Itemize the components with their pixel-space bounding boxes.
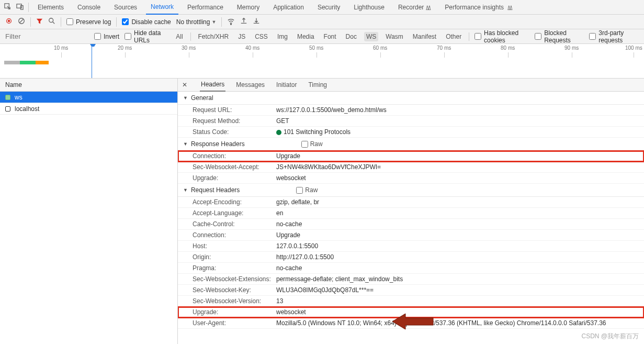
header-row: Upgrade:websocket: [178, 307, 644, 318]
disable-cache-checkbox[interactable]: Disable cache: [122, 18, 171, 26]
type-wasm[interactable]: Wasm: [383, 32, 405, 41]
chevron-down-icon: ▼: [211, 19, 216, 25]
header-key: Pragma:: [193, 264, 276, 272]
header-row: Origin:http://127.0.0.1:5500: [178, 252, 644, 263]
type-font[interactable]: Font: [322, 32, 338, 41]
raw-toggle[interactable]: Raw: [296, 186, 318, 194]
header-value: JS+NW4k8WKltao6DwVfCheXJPWI=: [276, 163, 639, 171]
separator: [30, 17, 31, 27]
header-value: no-cache: [276, 220, 639, 228]
type-other[interactable]: Other: [444, 32, 464, 41]
tab-messages[interactable]: Messages: [235, 79, 266, 91]
header-value: en: [276, 209, 639, 217]
header-row: Host:127.0.0.1:5500: [178, 241, 644, 252]
device-toggle-icon[interactable]: [16, 3, 24, 12]
tab-performance[interactable]: Performance: [183, 1, 228, 14]
tab-headers[interactable]: Headers: [200, 79, 225, 92]
header-value: 13: [276, 297, 639, 305]
request-row-label: localhost: [15, 105, 39, 113]
tab-memory[interactable]: Memory: [232, 1, 264, 14]
request-row-ws[interactable]: ws: [0, 92, 177, 103]
third-party-checkbox[interactable]: 3rd-party requests: [589, 29, 639, 44]
tab-elements[interactable]: Elements: [33, 1, 69, 14]
type-img[interactable]: Img: [275, 32, 290, 41]
tab-timing[interactable]: Timing: [307, 79, 328, 91]
tab-security[interactable]: Security: [313, 1, 345, 14]
status-dot-icon: [276, 130, 281, 135]
svg-point-7: [231, 24, 232, 25]
network-filter-bar: Invert Hide data URLs All Fetch/XHR JS C…: [0, 29, 644, 44]
separator: [469, 32, 469, 41]
close-icon[interactable]: ✕: [182, 81, 187, 88]
header-row: Sec-Websocket-Key:WLU3AO8IMGq0JdQbQ87dL*…: [178, 285, 644, 296]
header-value: websocket: [276, 174, 639, 182]
section-request-headers[interactable]: ▼ Request Headers Raw: [178, 184, 644, 197]
waterfall-timeline[interactable]: 10 ms 20 ms 30 ms 40 ms 50 ms 60 ms 70 m…: [0, 44, 644, 79]
type-ws[interactable]: WS: [364, 32, 378, 41]
header-row: Connection:Upgrade: [178, 230, 644, 241]
type-media[interactable]: Media: [295, 32, 317, 41]
header-key: Connection:: [193, 152, 276, 160]
tick-label: 10 ms: [54, 45, 68, 51]
header-key: Sec-Websocket-Extensions:: [193, 275, 276, 283]
section-general[interactable]: ▼ General: [178, 92, 644, 105]
header-key: Sec-Websocket-Version:: [193, 297, 276, 305]
record-icon[interactable]: [5, 17, 13, 26]
raw-toggle[interactable]: Raw: [301, 140, 323, 148]
type-manifest[interactable]: Manifest: [411, 32, 438, 41]
tab-sources[interactable]: Sources: [109, 1, 142, 14]
search-icon[interactable]: [48, 17, 55, 26]
request-row-localhost[interactable]: localhost: [0, 103, 177, 115]
tick-label: 90 ms: [564, 45, 579, 51]
tab-initiator[interactable]: Initiator: [275, 79, 298, 91]
tab-application[interactable]: Application: [268, 1, 309, 14]
type-js[interactable]: JS: [236, 32, 247, 41]
request-row-label: ws: [15, 94, 22, 101]
inspect-icon[interactable]: [3, 3, 12, 12]
type-all[interactable]: All: [174, 32, 185, 41]
preserve-log-checkbox[interactable]: Preserve log: [66, 18, 111, 26]
header-row: Sec-Websocket-Extensions:permessage-defl…: [178, 274, 644, 285]
filter-input[interactable]: [5, 32, 89, 40]
header-key: Upgrade:: [193, 308, 276, 316]
invert-checkbox[interactable]: Invert: [94, 33, 119, 40]
document-icon: [5, 106, 10, 112]
tab-perf-insights[interactable]: Performance insights: [440, 1, 517, 14]
type-fetchxhr[interactable]: Fetch/XHR: [196, 32, 231, 41]
section-title: Response Headers: [191, 140, 245, 148]
header-key: Sec-Websocket-Key:: [193, 286, 276, 294]
tick-label: 100 ms: [625, 45, 642, 51]
tab-console[interactable]: Console: [73, 1, 105, 14]
header-row: Accept-Encoding:gzip, deflate, br: [178, 197, 644, 208]
header-row: Cache-Control:no-cache: [178, 219, 644, 230]
tab-network[interactable]: Network: [146, 0, 178, 15]
blocked-requests-checkbox[interactable]: Blocked Requests: [535, 29, 584, 44]
export-har-icon[interactable]: [240, 17, 247, 26]
header-key: Sec-Websocket-Accept:: [193, 163, 276, 171]
blocked-cookies-checkbox[interactable]: Has blocked cookies: [474, 29, 529, 44]
waterfall-bars: [4, 61, 49, 64]
request-list: Name ws localhost: [0, 79, 178, 344]
filter-icon[interactable]: [36, 18, 43, 26]
type-css[interactable]: CSS: [253, 32, 270, 41]
tick-label: 20 ms: [118, 45, 132, 51]
section-response-headers[interactable]: ▼ Response Headers Raw: [178, 138, 644, 151]
triangle-down-icon: ▼: [183, 187, 188, 193]
tab-recorder[interactable]: Recorder: [393, 1, 436, 14]
header-row: Upgrade:websocket: [178, 173, 644, 184]
hide-data-urls-checkbox[interactable]: Hide data URLs: [125, 29, 168, 44]
import-har-icon[interactable]: [253, 17, 260, 26]
type-doc[interactable]: Doc: [344, 32, 359, 41]
header-row: Accept-Language:en: [178, 208, 644, 219]
triangle-down-icon: ▼: [183, 95, 188, 101]
section-title: Request Headers: [191, 186, 240, 194]
kv-request-method: Request Method:GET: [178, 116, 644, 127]
network-conditions-icon[interactable]: [227, 17, 235, 27]
tab-lighthouse[interactable]: Lighthouse: [349, 1, 389, 14]
header-key: Accept-Language:: [193, 209, 276, 217]
request-list-header[interactable]: Name: [0, 79, 177, 92]
clear-icon[interactable]: [18, 17, 25, 26]
throttling-select[interactable]: No throttling ▼: [176, 18, 217, 26]
timeline-cursor[interactable]: [92, 44, 92, 78]
header-key: Cache-Control:: [193, 220, 276, 228]
